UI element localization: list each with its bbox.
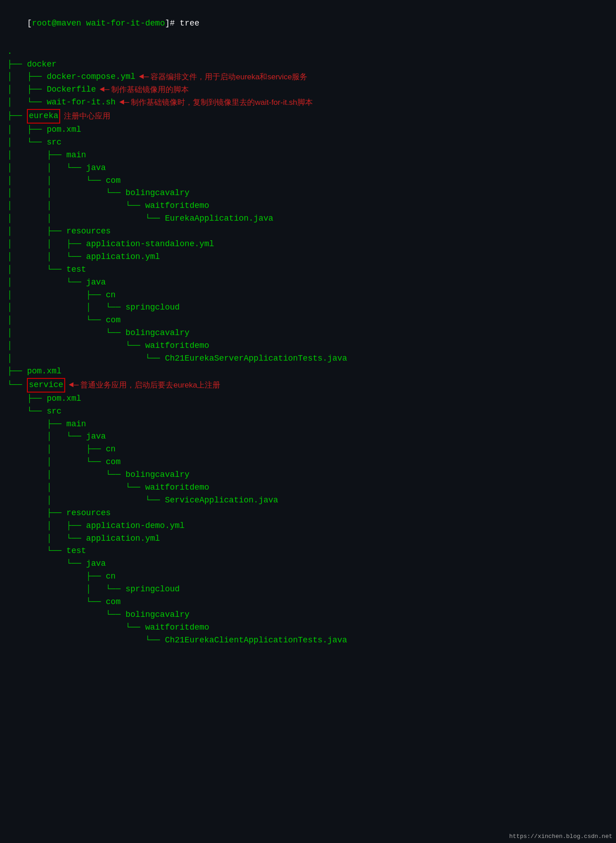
tree-line-service-appyml: │ └── application.yml [7,533,609,545]
tree-line-wait-for-it: │ └── wait-for-it.sh ◄— 制作基础镜像时，复制到镜像里去的… [7,96,609,109]
terminal-window: [root@maven wait-for-it-demo]# tree . ├─… [7,5,609,647]
annotation-eureka: 注册中心应用 [64,110,110,122]
tree-line-service-test-java: └── java [7,558,609,570]
tree-line-service-java: │ └── java [7,430,609,443]
tree-line-service-main: ├── main [7,418,609,431]
arrow-icon-4: ◄— [69,379,79,392]
tree-line-eureka-test-boling: │ └── bolingcavalry [7,327,609,340]
annotation-docker-compose: 容器编排文件，用于启动eureka和service服务 [150,71,307,83]
tree-line-eureka-appyml: │ │ └── application.yml [7,251,609,264]
tree-line-eureka-test-java: │ └── java [7,276,609,289]
tree-line-dockerfile: │ ├── Dockerfile ◄— 制作基础镜像用的脚本 [7,83,609,96]
tree-line-service-waitfor: │ └── waitforitdemo [7,481,609,494]
tree-line-service-test-com: └── com [7,596,609,609]
tree-line-eureka-java: │ │ └── java [7,162,609,175]
tree-line-docker-compose: │ ├── docker-compose.yml ◄— 容器编排文件，用于启动e… [7,71,609,83]
tree-line-eureka-test: │ └── test [7,264,609,276]
tree-line-eureka-waitfor: │ │ └── waitforitdemo [7,200,609,212]
annotation-dockerfile: 制作基础镜像用的脚本 [111,84,189,96]
tree-line-eureka: ├── eureka 注册中心应用 [7,109,609,124]
tree-line-eureka-cn: │ ├── cn [7,289,609,302]
tree-line-eureka-standalone: │ │ ├── application-standalone.yml [7,238,609,251]
tree-line-eureka-test-waitfor: │ └── waitforitdemo [7,340,609,352]
tree-line-service-com: │ └── com [7,456,609,469]
tree-line-service-demo: │ ├── application-demo.yml [7,520,609,533]
tree-line-service-resources: ├── resources [7,507,609,520]
tree-line-docker: ├── docker [7,58,609,71]
url-bar: https://xinchen.blog.csdn.net [506,830,616,843]
arrow-icon-2: ◄— [99,83,109,96]
tree-line-service-cn: │ ├── cn [7,443,609,456]
tree-line-eureka-com: │ │ └── com [7,175,609,187]
tree-line-eureka-springcloud: │ │ └── springcloud [7,301,609,314]
tree-root: . [7,46,609,58]
eureka-highlight: eureka [27,109,60,124]
tree-line-service: └── service ◄— 普通业务应用，启动后要去eureka上注册 [7,378,609,393]
tree-line-eureka-app: │ │ └── EurekaApplication.java [7,212,609,225]
tree-line-eureka-test-com: │ └── com [7,314,609,327]
arrow-icon: ◄— [139,71,149,83]
tree-line-service-boling: │ └── bolingcavalry [7,469,609,481]
tree-line-eureka-pom: │ ├── pom.xml [7,124,609,136]
tree-line-service-app: │ └── ServiceApplication.java [7,494,609,507]
tree-line-service-test-class: └── Ch21EurekaClientApplicationTests.jav… [7,634,609,647]
tree-line-service-test-springcloud: │ └── springcloud [7,583,609,596]
prompt-line: [root@maven wait-for-it-demo]# tree [7,5,609,43]
tree-line-service-test-cn: ├── cn [7,570,609,583]
tree-line-service-test-waitfor: └── waitforitdemo [7,621,609,634]
tree-line-service-pom: ├── pom.xml [7,393,609,405]
tree-line-eureka-src: │ └── src [7,136,609,149]
annotation-wait-for-it: 制作基础镜像时，复制到镜像里去的wait-for-it.sh脚本 [131,97,313,109]
service-highlight: service [27,378,65,393]
tree-line-eureka-resources: │ ├── resources [7,225,609,238]
tree-line-service-src: └── src [7,405,609,418]
tree-line-eureka-boling: │ │ └── bolingcavalry [7,187,609,200]
arrow-icon-3: ◄— [119,96,129,109]
annotation-service: 普通业务应用，启动后要去eureka上注册 [80,379,220,391]
tree-line-service-test: └── test [7,545,609,558]
tree-line-eureka-main: │ ├── main [7,149,609,162]
tree-line-root-pom: ├── pom.xml [7,365,609,378]
tree-line-service-test-boling: └── bolingcavalry [7,609,609,621]
tree-line-eureka-test-class: │ └── Ch21EurekaServerApplicationTests.j… [7,352,609,365]
